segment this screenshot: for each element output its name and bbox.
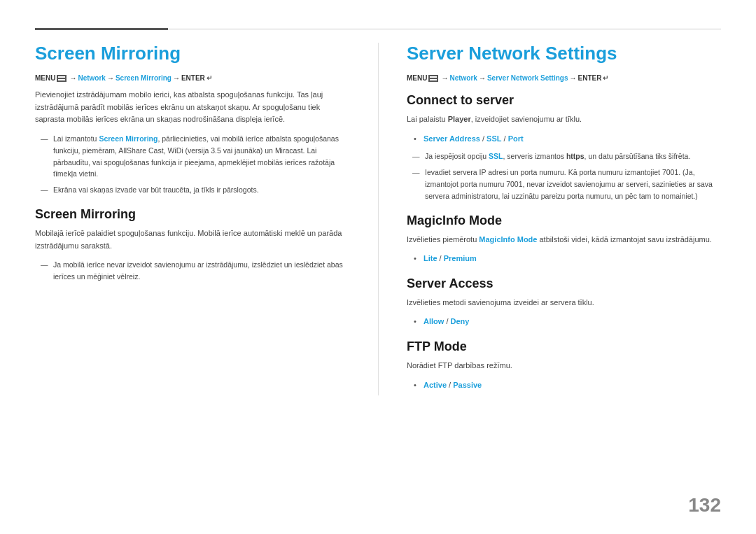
page-container: Screen Mirroring MENU → Network → Screen…: [0, 0, 756, 534]
right-column: Server Network Settings MENU → Network →…: [378, 43, 721, 395]
ftp-mode-body: Norādiet FTP darbības režīmu.: [407, 360, 721, 372]
server-access-body: Izvēlieties metodi savienojuma izveidei …: [407, 297, 721, 309]
left-sub-dash-item-1: Ja mobilā ierīce nevar izveidot savienoj…: [41, 259, 350, 283]
server-access-bullet-list: Allow / Deny: [414, 316, 721, 328]
magicinfo-body: Izvēlieties piemērotu MagicInfo Mode atb…: [407, 234, 721, 246]
connect-bullet-item-1: Server Address / SSL / Port: [414, 133, 721, 146]
connect-body: Lai palaistu Player, izveidojiet savieno…: [407, 113, 721, 126]
top-line-dark: [35, 28, 168, 30]
menu-label-right: MENU: [407, 74, 427, 82]
left-sub-body: Mobilajā ierīcē palaidiet spoguļošanas f…: [35, 227, 350, 252]
dash-item-1: Lai izmantotu Screen Mirroring, pārlieci…: [41, 133, 350, 180]
server-access-bullet-1: Allow / Deny: [414, 316, 721, 328]
connect-dash-2: Ievadiet servera IP adresi un porta numu…: [412, 167, 721, 202]
enter-icon-left: ↵: [206, 74, 212, 82]
page-number: 132: [688, 494, 721, 517]
ftp-mode-bullet-1: Active / Passive: [414, 379, 721, 392]
columns-layout: Screen Mirroring MENU → Network → Screen…: [35, 43, 721, 395]
top-line-light: [168, 29, 721, 29]
server-access-heading: Server Access: [407, 276, 721, 291]
left-intro-text: Pievienojiet izstrādājumam mobilo ierici…: [35, 89, 350, 126]
connect-to-server-heading: Connect to server: [407, 93, 721, 108]
top-decorative-lines: [35, 28, 721, 30]
menu-icon-right: [428, 75, 438, 82]
left-sub-heading: Screen Mirroring: [35, 207, 350, 222]
connect-dash-1: Ja iespējosit opciju SSL, serveris izman…: [412, 150, 721, 162]
menu-label: MENU: [35, 74, 55, 82]
right-menu-path: MENU → Network → Server Network Settings…: [407, 74, 721, 82]
left-dash-list: Lai izmantotu Screen Mirroring, pārlieci…: [41, 133, 350, 196]
dash-item-2: Ekrāna vai skaņas izvade var būt traucēt…: [41, 184, 350, 196]
left-menu-path: MENU → Network → Screen Mirroring → ENTE…: [35, 74, 350, 82]
left-section-title: Screen Mirroring: [35, 43, 350, 64]
menu-icon: [57, 75, 66, 82]
ftp-mode-heading: FTP Mode: [407, 339, 721, 354]
connect-dash-list: Ja iespējosit opciju SSL, serveris izman…: [412, 150, 721, 202]
magicinfo-bullet-list: Lite / Premium: [414, 253, 721, 265]
enter-icon-right: ↵: [603, 74, 608, 82]
screen-mirroring-link-1: Screen Mirroring: [99, 134, 158, 143]
connect-bullet-list: Server Address / SSL / Port: [414, 133, 721, 146]
right-section-title: Server Network Settings: [407, 43, 721, 64]
left-sub-dash-list: Ja mobilā ierīce nevar izveidot savienoj…: [41, 259, 350, 283]
ftp-mode-bullet-list: Active / Passive: [414, 379, 721, 392]
left-column: Screen Mirroring MENU → Network → Screen…: [35, 43, 378, 395]
magicinfo-bullet-1: Lite / Premium: [414, 253, 721, 265]
magicinfo-heading: MagicInfo Mode: [407, 213, 721, 228]
